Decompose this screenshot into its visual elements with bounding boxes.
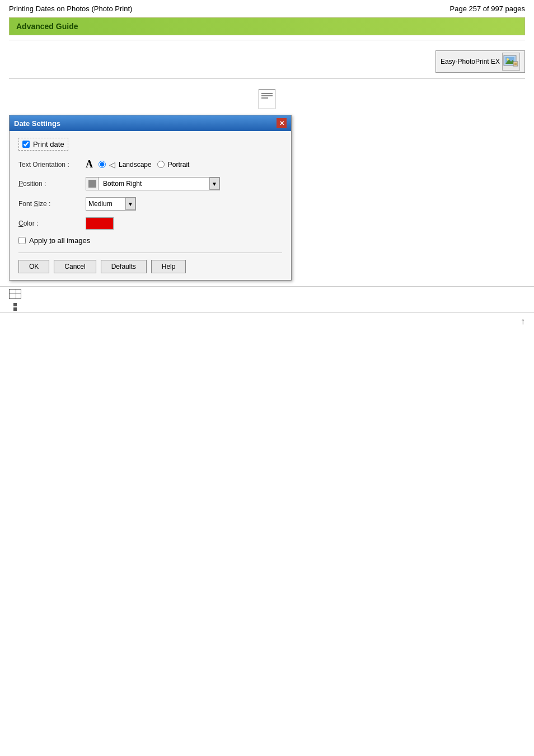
position-label: Position : <box>18 180 86 188</box>
doc-icon <box>259 89 275 109</box>
position-dropdown-arrow[interactable]: ▼ <box>209 178 219 190</box>
position-preview-inner <box>88 180 96 188</box>
apply-all-label: Apply to all images <box>29 236 90 245</box>
color-row: Color : <box>18 217 282 230</box>
dialog-buttons: OK Cancel Defaults Help <box>18 258 282 273</box>
font-size-dropdown[interactable]: Medium ▼ <box>86 197 136 211</box>
svg-rect-5 <box>514 63 517 65</box>
position-row: Position : Bottom Right ▼ <box>18 177 282 190</box>
landscape-radio[interactable] <box>99 161 106 168</box>
center-icon-area <box>0 83 534 115</box>
ok-button[interactable]: OK <box>18 260 49 273</box>
portrait-radio[interactable] <box>157 161 165 168</box>
print-date-checkbox[interactable] <box>22 141 30 148</box>
bullet-icon <box>13 307 17 311</box>
dialog-body: Print date Text Orientation : A ◁ Landsc… <box>10 131 291 280</box>
font-size-dropdown-arrow[interactable]: ▼ <box>125 198 135 210</box>
print-date-row: Print date <box>18 138 68 151</box>
easy-photoprintex-area: Easy-PhotoPrint EX <box>0 45 534 78</box>
page-info: Page 257 of 997 pages <box>450 4 525 13</box>
big-a-icon: A <box>86 158 93 170</box>
svg-point-3 <box>507 58 509 60</box>
font-size-row: Font Size : Medium ▼ <box>18 197 282 211</box>
list-item <box>13 307 521 311</box>
up-arrow-icon[interactable]: ↑ <box>521 316 525 326</box>
banner-label: Advanced Guide <box>16 22 78 31</box>
position-dropdown[interactable]: Bottom Right ▼ <box>86 177 220 190</box>
bottom-icon-row <box>0 286 534 301</box>
easy-photoprintex-label: Easy-PhotoPrint EX <box>441 58 500 66</box>
landscape-radio-group: ◁ Landscape <box>99 160 152 169</box>
position-label-text: osition : <box>23 180 46 188</box>
text-orientation-row: Text Orientation : A ◁ Landscape Portrai… <box>18 158 282 170</box>
landscape-arrow-icon: ◁ <box>109 160 115 169</box>
bottom-area: ↑ <box>0 286 534 330</box>
dialog-overlay: Date Settings ✕ Print date Text Orientat… <box>0 115 534 281</box>
landscape-label: Landscape <box>119 161 152 169</box>
list-item <box>13 302 521 307</box>
top-bar: Printing Dates on Photos (Photo Print) P… <box>0 0 534 17</box>
bullet-icon <box>13 303 17 306</box>
dialog-close-button[interactable]: ✕ <box>277 118 287 128</box>
position-preview <box>86 178 99 190</box>
dialog-separator <box>18 253 282 253</box>
dialog-title: Date Settings <box>14 119 60 128</box>
easy-photoprintex-button[interactable]: Easy-PhotoPrint EX <box>435 50 525 73</box>
separator-1 <box>9 40 525 40</box>
orientation-controls: A ◁ Landscape Portrait <box>86 158 189 170</box>
print-date-label: Print date <box>33 140 64 148</box>
up-arrow-area: ↑ <box>0 313 534 330</box>
portrait-label: Portrait <box>168 161 190 169</box>
date-settings-dialog: Date Settings ✕ Print date Text Orientat… <box>9 115 292 281</box>
photo-icon <box>502 53 520 71</box>
help-button[interactable]: Help <box>151 260 186 273</box>
cancel-button[interactable]: Cancel <box>54 260 96 273</box>
font-size-value: Medium <box>86 198 125 209</box>
apply-all-row: Apply to all images <box>18 236 282 245</box>
separator-2 <box>9 78 525 79</box>
table-icon <box>9 289 21 299</box>
color-label: Color : <box>18 220 86 227</box>
dialog-titlebar: Date Settings ✕ <box>10 115 291 131</box>
bottom-list <box>0 301 534 313</box>
page-title: Printing Dates on Photos (Photo Print) <box>9 4 132 13</box>
text-orientation-label: Text Orientation : <box>18 161 86 169</box>
position-dropdown-text: Bottom Right <box>102 178 209 189</box>
apply-all-checkbox[interactable] <box>18 237 26 244</box>
color-swatch[interactable] <box>86 217 114 230</box>
portrait-radio-group: Portrait <box>157 161 190 169</box>
advanced-guide-banner: Advanced Guide <box>9 17 525 35</box>
font-size-label: Font Size : <box>18 200 86 208</box>
defaults-button[interactable]: Defaults <box>101 260 147 273</box>
